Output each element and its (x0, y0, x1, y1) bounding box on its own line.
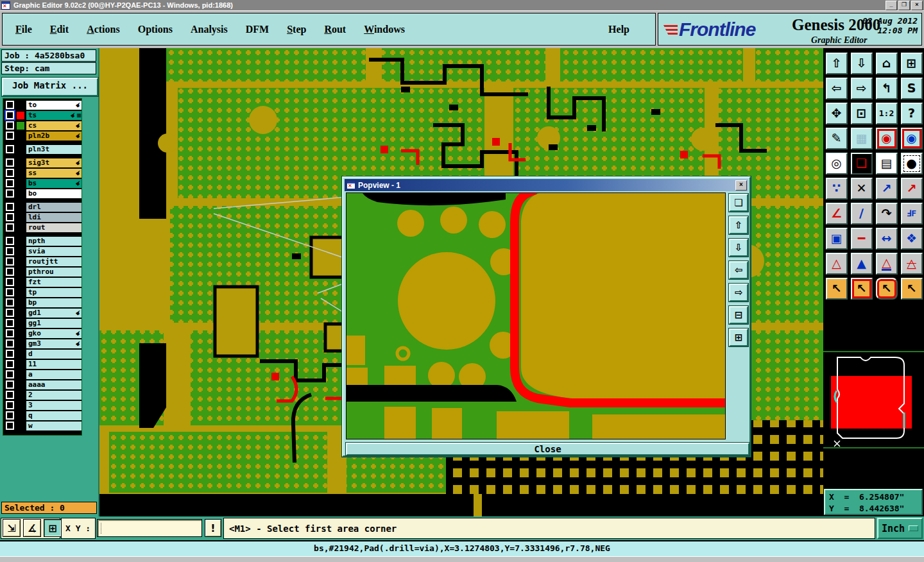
layer-name-label[interactable]: pthrou (26, 268, 81, 277)
view-zoom-1-2-button[interactable]: 1:2 (876, 103, 898, 124)
stretch-line-button[interactable]: ━ (851, 228, 873, 250)
select-single-button[interactable]: ◎ (826, 153, 848, 175)
layer-row-aaaa[interactable]: aaaa (3, 380, 81, 389)
units-dropdown[interactable]: Inch (877, 518, 923, 539)
layer-name-label[interactable]: gm3☛ (26, 339, 81, 348)
layer-row-to[interactable]: to☛ (3, 100, 81, 110)
layer-color-swatch[interactable] (17, 422, 24, 430)
delete-feature-button[interactable]: ✕ (851, 178, 873, 200)
layer-row-sig3t[interactable]: sig3t☛ (3, 158, 81, 167)
layer-color-swatch[interactable] (17, 248, 24, 255)
layer-visibility-checkbox[interactable] (6, 247, 14, 255)
layer-name-label[interactable]: fzt (26, 278, 81, 287)
net-view-1-button[interactable]: ◉ (876, 128, 898, 149)
layer-row-w[interactable]: w (3, 421, 81, 430)
layer-visibility-checkbox[interactable] (6, 223, 14, 232)
layer-visibility-checkbox[interactable] (6, 370, 14, 379)
popview-content[interactable] (346, 192, 726, 439)
layer-color-swatch[interactable] (17, 268, 24, 276)
layer-visibility-checkbox[interactable] (6, 278, 14, 286)
layer-name-label[interactable]: bp (26, 298, 81, 307)
layer-color-swatch[interactable] (17, 381, 24, 389)
layer-row-pthrou[interactable]: pthrou (3, 267, 81, 277)
view-query-button[interactable]: ? (901, 103, 923, 124)
layer-row-bo[interactable]: bo (3, 189, 81, 198)
layer-color-swatch[interactable] (17, 122, 24, 130)
view-zoom-in-button[interactable]: ⇧ (826, 53, 848, 74)
measure-angle-tool-button[interactable]: ∡ (23, 519, 41, 537)
popview-window[interactable]: Popview - 1 × (342, 176, 751, 457)
layer-color-swatch[interactable] (17, 146, 24, 153)
popview-zoom-out-button[interactable]: ⇩ (729, 239, 748, 257)
menu-file[interactable]: File (6, 24, 41, 35)
layer-row-gd1[interactable]: gd1☛ (3, 308, 81, 318)
layer-row-11[interactable]: 11 (3, 359, 81, 369)
popview-pan-left-button[interactable]: ⇦ (729, 261, 748, 279)
layer-name-label[interactable]: bo (26, 189, 81, 198)
menu-dfm[interactable]: DFM (237, 24, 278, 35)
menu-step[interactable]: Step (278, 24, 315, 35)
layer-visibility-checkbox[interactable] (6, 298, 14, 307)
popview-zoom-in-button[interactable]: ⇧ (729, 216, 748, 234)
layer-visibility-checkbox[interactable] (6, 350, 14, 358)
layer-name-label[interactable]: bs☛ (26, 179, 81, 188)
layer-name-label[interactable]: a (26, 370, 81, 379)
view-pan-right-button[interactable]: ⇨ (851, 78, 873, 99)
layer-name-label[interactable]: rout (26, 223, 81, 232)
layer-name-label[interactable]: w (26, 422, 81, 430)
layer-row-cs[interactable]: cs☛ (3, 121, 81, 130)
layer-visibility-checkbox[interactable] (6, 329, 14, 337)
menu-windows[interactable]: Windows (355, 24, 414, 35)
layer-visibility-checkbox[interactable] (6, 401, 14, 409)
layers-copy-button[interactable]: ❏ (851, 153, 873, 175)
copy-feature-button[interactable]: ↗ (876, 178, 898, 200)
rotate-feature-button[interactable]: ↷ (876, 203, 898, 225)
select-mode-point-button[interactable]: ↖ (826, 278, 848, 300)
popview-pan-right-button[interactable]: ⇨ (729, 284, 748, 302)
measure-angle-button[interactable]: ∠ (826, 203, 848, 225)
layer-row-ldi[interactable]: ldi (3, 212, 81, 222)
menu-actions[interactable]: Actions (78, 24, 129, 35)
layer-color-swatch[interactable] (17, 289, 24, 296)
layer-color-swatch[interactable] (17, 319, 24, 327)
layer-name-label[interactable]: npth (26, 237, 81, 246)
menu-analysis[interactable]: Analysis (182, 24, 237, 35)
popview-new-window-button[interactable]: ❏ (729, 194, 748, 212)
layer-color-swatch[interactable] (17, 278, 24, 286)
layer-row-npth[interactable]: npth (3, 236, 81, 246)
grid-snap-tool-button[interactable]: ⊞ (44, 519, 62, 537)
layer-name-label[interactable]: svia (26, 247, 81, 256)
layer-color-swatch[interactable] (17, 214, 24, 221)
layer-name-label[interactable]: sig3t☛ (26, 158, 81, 167)
layer-visibility-checkbox[interactable] (6, 380, 14, 389)
popview-close-x-button[interactable]: × (735, 180, 747, 191)
layer-color-swatch[interactable] (17, 340, 24, 348)
view-redraw-button[interactable]: S (901, 78, 923, 99)
measure-distance-button[interactable]: ↔ (876, 228, 898, 250)
layer-color-swatch[interactable] (17, 309, 24, 317)
layer-name-label[interactable]: gko☛ (26, 329, 81, 338)
layer-visibility-checkbox[interactable] (6, 411, 14, 420)
layer-visibility-checkbox[interactable] (6, 179, 14, 187)
layer-color-swatch[interactable] (17, 412, 24, 420)
layer-color-swatch[interactable] (17, 132, 24, 140)
layer-color-swatch[interactable] (17, 361, 24, 368)
layer-row-ss[interactable]: ss☛ (3, 168, 81, 178)
select-mode-net-button[interactable]: ↖ (901, 278, 923, 300)
popview-close-button[interactable]: Close (346, 443, 749, 456)
layer-color-swatch[interactable] (17, 391, 24, 399)
select-mode-frame-button[interactable]: ↖ (851, 278, 873, 300)
layer-row-q[interactable]: q (3, 411, 81, 420)
close-button[interactable]: × (911, 1, 923, 10)
filter-mode-2-button[interactable]: ▲ (851, 253, 873, 275)
popview-shrink-button[interactable]: ⊟ (729, 306, 748, 324)
layer-name-label[interactable]: drl (26, 203, 81, 212)
layer-name-label[interactable]: pln2b☛ (26, 132, 81, 140)
layer-visibility-checkbox[interactable] (6, 237, 14, 245)
measure-distance-tool-button[interactable]: ⇲ (3, 519, 21, 537)
layer-visibility-checkbox[interactable] (6, 158, 14, 167)
layer-name-label[interactable]: to☛ (26, 101, 81, 110)
net-view-2-button[interactable]: ◉ (901, 128, 923, 149)
layer-color-swatch[interactable] (17, 299, 24, 307)
restore-button[interactable]: ❐ (898, 1, 910, 10)
